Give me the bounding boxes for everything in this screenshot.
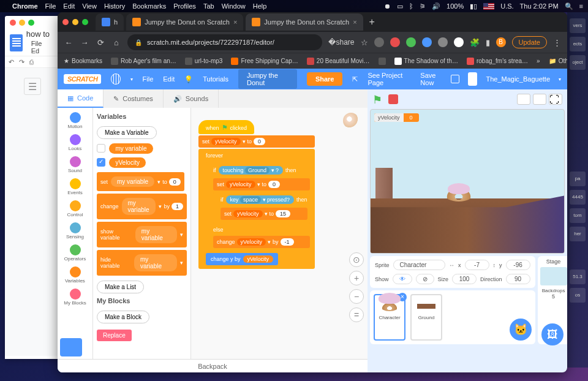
chevron-down-icon[interactable]: ▾ [559,77,561,82]
when-flag-clicked-block[interactable]: when⚑clicked [198,120,254,134]
y-input[interactable]: -96 [506,260,530,270]
add-sprite-button[interactable]: 🐱 [510,319,532,341]
desk-item[interactable]: vers [570,18,586,33]
lock-icon[interactable]: 🔒 [135,39,142,46]
home-icon[interactable]: ⌂ [111,38,121,47]
category-operators[interactable]: Operators [59,243,92,263]
mac-menu-profiles[interactable]: Profiles [173,2,196,10]
input-flag-icon[interactable] [483,3,494,10]
script-stack[interactable]: when⚑clicked setyVelocity▾to0 forever if… [198,120,315,270]
ext-icon[interactable] [438,37,448,47]
docs-max-icon[interactable] [28,20,34,26]
desk-item[interactable]: 4445 [570,190,586,205]
docs-menus[interactable]: File Ed [26,39,55,56]
input-lang[interactable]: U.S. [500,2,513,10]
desk-item[interactable]: pa [570,172,586,186]
update-button[interactable]: Update [512,36,547,48]
stop-button[interactable] [388,94,398,104]
docs-toolbar[interactable]: ↶ ↷ ⎙ [5,56,60,68]
mac-menu-file[interactable]: File [45,2,56,10]
checkbox-checked[interactable]: ✓ [97,158,105,167]
add-extension-button[interactable] [60,338,82,356]
desk-item[interactable]: tom [570,208,586,223]
change-yvel-block[interactable]: changeyVelocity▾by-1 [213,236,310,248]
battery-text[interactable]: 100% [447,2,464,10]
change-y-block[interactable]: change y byyVelocity [206,253,278,265]
var-myvariable[interactable]: my variable [109,143,153,154]
share-icon[interactable]: �share [328,38,354,47]
backdrop-thumb[interactable] [540,267,567,285]
sprite-name-input[interactable]: Character [393,260,446,270]
set-yvel-block[interactable]: setyVelocity▾to15 [221,208,307,220]
direction-input[interactable]: 90 [506,274,530,284]
script-workspace[interactable]: when⚑clicked setyVelocity▾to0 forever if… [191,108,368,359]
globe-icon[interactable] [111,74,120,85]
category-sensing[interactable]: Sensing [59,221,92,241]
zoom-target-icon[interactable]: ⊙ [349,252,364,267]
tab-code[interactable]: ▦Code [58,89,104,108]
category-my-blocks[interactable]: My Blocks [59,287,92,307]
screencast-icon[interactable]: ⏺ [384,2,391,10]
profile-icon[interactable]: B [496,37,506,47]
if-else-block[interactable]: iftouching Ground ▾ ?then setyVelocity▾t… [206,162,312,252]
reload-icon[interactable]: ⟳ [96,38,105,47]
bm-overflow-icon[interactable]: » [537,58,540,64]
ext-icon[interactable] [374,37,384,47]
category-sound[interactable]: Sound [59,154,92,175]
backpack-panel[interactable]: Backpack [58,359,368,372]
bookmark-item[interactable]: Rob Ager's film an… [111,58,176,65]
undo-icon[interactable]: ↶ [9,58,14,66]
ext-icon[interactable] [422,37,432,47]
category-looks[interactable]: Looks [59,132,92,153]
chrome-close-icon[interactable] [62,19,69,25]
chrome-max-icon[interactable] [82,19,88,25]
print-icon[interactable]: ⎙ [29,58,34,66]
green-flag-button[interactable]: ⚑ [372,93,385,105]
tab-scratch-1[interactable]: Jumpy the Donut on Scratch × [126,13,243,31]
bookmark-item[interactable]: The Shadow of th… [394,58,458,65]
mac-menu-view[interactable]: View [82,2,97,10]
mac-menu-help[interactable]: Help [253,2,267,10]
x-input[interactable]: -7 [465,260,489,270]
mac-menu-history[interactable]: History [104,2,125,10]
redo-icon[interactable]: ↷ [19,58,24,66]
save-now-button[interactable]: Save Now [420,72,442,86]
username[interactable]: The_Magic_Baguette [486,75,550,83]
add-backdrop-button[interactable]: 🖼 [541,323,564,345]
docs-title[interactable]: how to [26,29,55,39]
volume-icon[interactable]: 🔊 [432,2,440,10]
sprite-tile-character[interactable]: × Character [374,294,405,341]
zoom-fit-icon[interactable]: = [349,307,364,322]
hide-var-block[interactable]: hide variablemy variable▾ [97,250,187,276]
stage-donut-sprite[interactable] [444,186,473,202]
if-block[interactable]: ifkey space ▾ pressed?then setyVelocity▾… [213,192,310,224]
tab-docs[interactable]: h [96,13,124,31]
ext-icon[interactable] [454,37,464,47]
bookmark-item[interactable]: Free Shipping Cap… [231,58,298,65]
forever-block[interactable]: forever iftouching Ground ▾ ?then setyVe… [198,149,315,269]
tab-close-icon[interactable]: × [233,18,237,26]
stage-large-icon[interactable] [533,94,546,105]
mac-menu-edit[interactable]: Edit [63,2,75,10]
desk-item[interactable]: oject [570,55,586,70]
bookmark-item[interactable]: robag_fm's strea… [467,58,528,65]
var-yvelocity[interactable]: yVelocity [109,157,145,168]
chrome-menu-icon[interactable]: ⋮ [553,38,561,47]
bookmark-item[interactable]: url-to-mp3 [185,58,223,65]
share-button[interactable]: Share [307,72,343,86]
category-events[interactable]: Events [59,176,92,197]
zoom-in-icon[interactable]: + [349,271,364,285]
zoom-out-icon[interactable]: − [349,289,364,304]
mac-menu-tab[interactable]: Tab [203,2,214,10]
stage-canvas[interactable]: yVelocity 0 [370,109,565,254]
mac-menu-bookmarks[interactable]: Bookmarks [132,2,166,10]
battery-icon[interactable]: ▮▯ [470,2,477,10]
chrome-min-icon[interactable] [72,19,78,25]
sprite-tile-ground[interactable]: Ground [410,294,442,341]
tab-sounds[interactable]: 🔊Sounds [164,89,219,108]
menu-tutorials[interactable]: Tutorials [203,75,228,83]
ext-icon[interactable] [406,37,416,47]
desk-item[interactable]: os [570,288,586,303]
size-input[interactable]: 100 [452,274,477,284]
menu-file[interactable]: File [143,75,154,83]
